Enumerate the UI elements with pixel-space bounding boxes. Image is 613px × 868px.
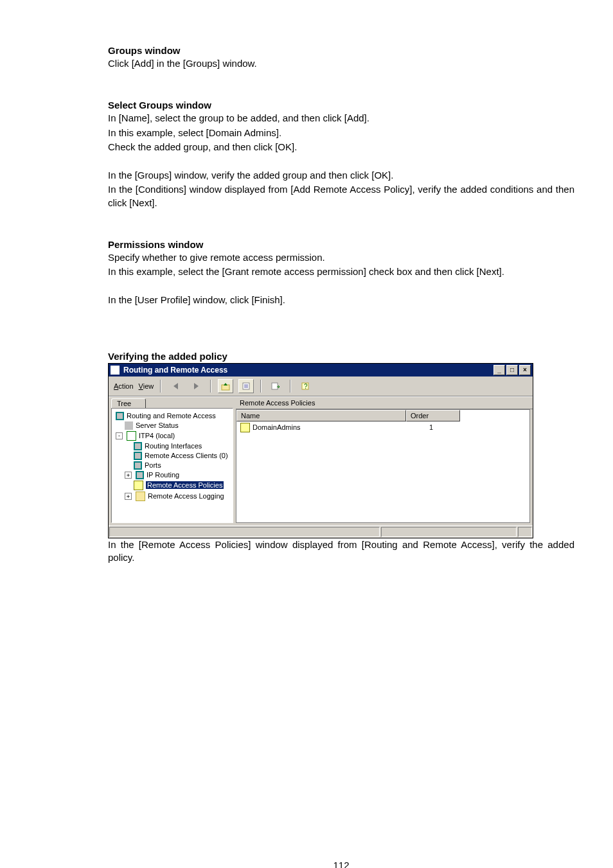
status-bar: [109, 526, 533, 538]
forward-button[interactable]: [188, 379, 204, 393]
collapse-icon[interactable]: -: [116, 432, 123, 439]
routing-icon: [136, 471, 144, 479]
heading-select-groups: Select Groups window: [108, 100, 574, 111]
app-icon: [111, 366, 120, 375]
svg-rect-5: [272, 383, 278, 389]
server-icon: [125, 421, 133, 430]
tree-view[interactable]: Routing and Remote Access Server Status …: [113, 411, 231, 502]
page-number: 112: [108, 860, 574, 868]
export-button[interactable]: [268, 379, 283, 393]
interfaces-icon: [134, 442, 142, 450]
list-item[interactable]: DomainAdmins 1: [236, 421, 529, 434]
arrow-right-icon: [194, 383, 199, 389]
help-icon: ?: [301, 382, 310, 391]
up-button[interactable]: [218, 379, 233, 393]
properties-button[interactable]: [238, 379, 254, 393]
text: In the [User Profile] window, click [Fin…: [108, 294, 574, 306]
tree-item[interactable]: IP Routing: [147, 471, 179, 479]
computer-icon: [127, 431, 136, 441]
toolbar: Action View ?: [109, 376, 533, 396]
tree-item[interactable]: Routing Interfaces: [145, 442, 202, 450]
text: In the [Groups] window, verify the added…: [108, 169, 574, 182]
tree-root[interactable]: Routing and Remote Access: [127, 412, 216, 420]
maximize-button[interactable]: □: [506, 365, 518, 375]
tree-item-selected[interactable]: Remote Access Policies: [146, 481, 224, 489]
close-button[interactable]: ×: [519, 365, 531, 375]
column-header-name[interactable]: Name: [236, 410, 406, 421]
heading-groups: Groups window: [108, 45, 574, 56]
svg-text:?: ?: [304, 383, 308, 390]
list-item-name: DomainAdmins: [253, 423, 301, 431]
tree-item[interactable]: Server Status: [136, 421, 179, 429]
svg-rect-0: [222, 385, 229, 390]
text: In the [Conditions] window displayed fro…: [108, 183, 574, 209]
window-title: Routing and Remote Access: [123, 366, 227, 375]
text: In this example, select [Domain Admins].: [108, 127, 574, 139]
list-export-icon: [271, 382, 280, 391]
expand-icon[interactable]: +: [125, 493, 132, 500]
column-header-order[interactable]: Order: [406, 410, 460, 421]
heading-permissions: Permissions window: [108, 239, 574, 250]
list-item-order: 1: [405, 423, 458, 432]
text: Specify whether to give remote access pe…: [108, 251, 574, 264]
arrow-left-icon: [173, 383, 178, 389]
text: Check the added group, and then click [O…: [108, 141, 574, 154]
menu-view[interactable]: View: [139, 382, 154, 390]
caption: In the [Remote Access Policies] window d…: [108, 538, 574, 565]
text: In this example, select the [Grant remot…: [108, 265, 574, 278]
right-pane-header: Remote Access Policies: [236, 397, 533, 409]
policy-item-icon: [240, 423, 250, 432]
tree-item[interactable]: Remote Access Logging: [148, 492, 224, 500]
text: Click [Add] in the [Groups] window.: [108, 57, 574, 70]
text: In [Name], select the group to be added,…: [108, 112, 574, 125]
folder-up-icon: [221, 382, 230, 391]
list-view[interactable]: Name Order DomainAdmins 1: [236, 409, 530, 523]
policies-icon: [134, 481, 143, 490]
expand-icon[interactable]: +: [125, 472, 132, 479]
menu-action[interactable]: Action: [114, 382, 134, 390]
titlebar: Routing and Remote Access _ □ ×: [109, 364, 533, 376]
clients-icon: [134, 452, 142, 460]
tree-item[interactable]: Ports: [145, 461, 161, 469]
back-button[interactable]: [168, 379, 183, 393]
folder-icon: [136, 492, 145, 501]
tree-item[interactable]: Remote Access Clients (0): [145, 452, 228, 459]
minimize-button[interactable]: _: [493, 365, 505, 375]
heading-verifying: Verifying the added policy: [108, 351, 574, 362]
tree-tab[interactable]: Tree: [111, 398, 146, 408]
properties-icon: [242, 382, 251, 391]
window-routing-remote-access: Routing and Remote Access _ □ × Action V…: [108, 363, 533, 538]
tree-item[interactable]: ITP4 (local): [139, 432, 175, 439]
help-button[interactable]: ?: [298, 379, 313, 393]
console-icon: [116, 412, 124, 420]
ports-icon: [134, 461, 142, 470]
